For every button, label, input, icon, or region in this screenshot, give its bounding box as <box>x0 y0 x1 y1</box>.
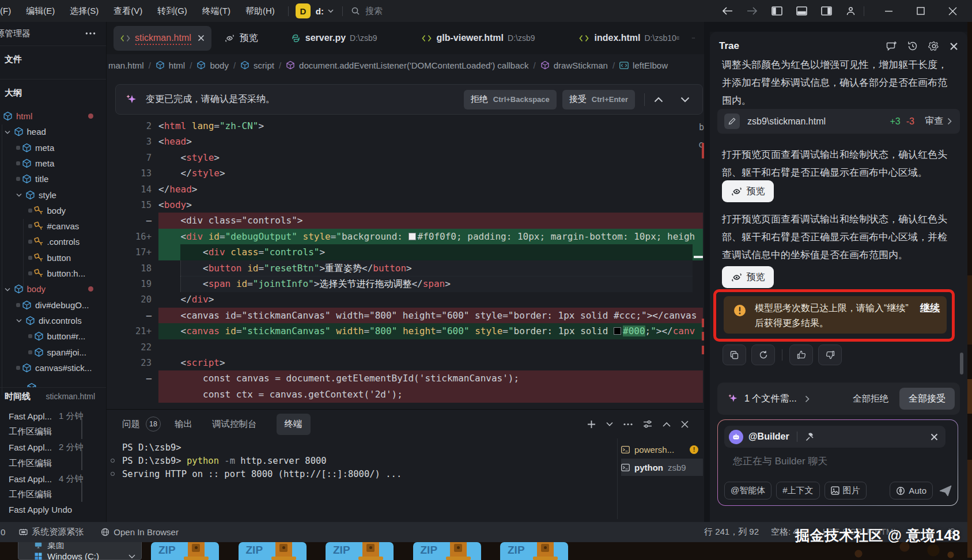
breadcrumb-item-0[interactable]: man.html <box>108 60 144 70</box>
outline-item-button[interactable]: button <box>0 250 106 266</box>
search-input[interactable]: 搜索 <box>351 6 383 17</box>
code-line-x17[interactable]: const ctx = canvas.getContext('2d'); <box>107 387 704 403</box>
menu-item-5[interactable]: 终端(T) <box>195 6 238 17</box>
timeline-item-5[interactable]: 工作区编辑 <box>9 489 52 500</box>
nav-back-icon[interactable] <box>722 7 733 15</box>
code-line-14[interactable]: 14</head> <box>107 181 704 198</box>
new-terminal-icon[interactable] <box>587 420 596 429</box>
menu-item-3[interactable]: 查看(V) <box>106 6 150 17</box>
accept-all-button[interactable]: 全部接受 <box>899 388 955 410</box>
settings-gear-icon[interactable] <box>928 40 940 52</box>
chevron-down-icon[interactable] <box>327 7 334 14</box>
close-tab-icon[interactable] <box>198 35 205 41</box>
toggle-panel-icon[interactable] <box>796 6 807 16</box>
outline-item-meta[interactable]: meta <box>0 156 106 171</box>
code-line-20[interactable]: 20 </div> <box>107 292 704 308</box>
menu-item-0[interactable]: 文件(F) <box>0 6 18 17</box>
outline-item-#canvas[interactable]: #canvas <box>0 218 106 234</box>
code-line-22[interactable]: 22 <box>107 339 704 355</box>
panel-tab-2[interactable]: 调试控制台 <box>212 418 257 430</box>
outline-item-title[interactable]: title <box>0 171 106 187</box>
outline-item-button#r...[interactable]: button#r... <box>0 328 106 344</box>
open-in-browser[interactable]: Open In Browser <box>101 527 179 537</box>
outline-item-canvas#stick...[interactable]: canvas#stick... <box>0 360 106 376</box>
code-editor[interactable]: 变更已完成，请确认是否采纳。 拒绝Ctrl+Backspace 接受Ctrl+E… <box>107 76 704 409</box>
explorer-item-desktop[interactable]: 桌面 <box>18 542 141 551</box>
panel-maximize-icon[interactable] <box>663 422 671 427</box>
history-icon[interactable] <box>907 40 918 52</box>
tools-hammer-icon[interactable] <box>805 432 815 442</box>
zip-file-icon-3[interactable]: ZIP <box>413 542 481 560</box>
continue-link[interactable]: 继续 <box>920 301 940 315</box>
minimize-icon[interactable] <box>884 7 893 16</box>
thumbs-down-button[interactable] <box>818 345 842 365</box>
code-line-—[interactable]: — const canvas = document.getElementById… <box>107 370 704 387</box>
terminal-list-item-1[interactable]: pythonzsb9 <box>621 459 703 476</box>
code-line-17+[interactable]: 17+ <div class="controls"> <box>107 244 704 260</box>
copy-button[interactable] <box>723 345 746 365</box>
toggle-sidebar-right-icon[interactable] <box>821 6 832 16</box>
code-line-3[interactable]: 3<head> <box>107 134 704 150</box>
terminal-dropdown-icon[interactable] <box>606 422 613 426</box>
workspace-badge[interactable]: D <box>296 3 311 18</box>
panel-filter-icon[interactable] <box>643 420 652 428</box>
code-line-13[interactable]: 13 </style> <box>107 165 704 181</box>
outline-item-.controls[interactable]: .controls <box>0 234 106 249</box>
close-panel-icon[interactable] <box>950 42 958 51</box>
breadcrumb-item-2[interactable]: body <box>196 60 229 70</box>
menu-item-4[interactable]: 转到(G) <box>150 6 195 17</box>
accept-button[interactable]: 接受Ctrl+Enter <box>562 90 635 109</box>
zip-file-icon-2[interactable]: ZIP <box>326 542 394 560</box>
timeline-item-4[interactable]: Fast Appl...4 分钟 <box>9 474 84 485</box>
section-outline[interactable]: 大纲 <box>5 88 22 99</box>
nav-forward-icon[interactable] <box>747 7 758 15</box>
chat-input-box[interactable]: @Builder 您正在与 Builder 聊天 @智能体 #上下文 图片 Au… <box>717 419 958 506</box>
changed-file-card[interactable]: zsb9\stickman.html +3 -3 审查 <box>717 109 960 134</box>
breadcrumb-item-5[interactable]: drawStickman <box>540 60 608 70</box>
code-line-2[interactable]: 2<html lang="zh-CN"> <box>107 118 704 134</box>
more-actions-icon[interactable] <box>85 32 96 35</box>
preview-button-1[interactable]: 预览 <box>722 180 774 202</box>
review-link[interactable]: 审查 <box>925 115 943 127</box>
panel-tab-3[interactable]: 终端 <box>277 414 311 435</box>
zip-file-icon-4[interactable]: ZIP <box>500 542 568 560</box>
code-line-18[interactable]: 18 <button id="resetBtn">重置姿势</button> <box>107 260 704 277</box>
preview-button-2[interactable]: 预览 <box>722 266 774 288</box>
code-line-15[interactable]: 15<body> <box>107 197 704 213</box>
code-line-16+[interactable]: 16+ <div id="debugOutput" style="backgro… <box>107 229 704 245</box>
panel-close-icon[interactable] <box>681 421 689 428</box>
outline-item-body[interactable]: body <box>0 203 106 218</box>
thumbs-up-button[interactable] <box>789 345 813 365</box>
next-change-icon[interactable] <box>680 97 690 103</box>
spaces-indicator[interactable]: 空格: 4 <box>771 527 798 538</box>
panel-scrollbar[interactable] <box>960 353 963 374</box>
outline-item-body[interactable]: body <box>0 281 106 297</box>
outline-item-html[interactable]: html <box>0 108 106 124</box>
breadcrumb-item-3[interactable]: script <box>240 60 274 70</box>
close-agent-icon[interactable] <box>931 433 938 441</box>
agent-chip[interactable]: @智能体 <box>724 482 771 500</box>
auto-mode-chip[interactable]: Auto <box>890 482 933 500</box>
zip-file-icon-1[interactable]: ZIP <box>239 542 307 560</box>
menu-item-6[interactable]: 帮助(H) <box>238 6 282 17</box>
terminal-list-item-0[interactable]: powersh...! <box>621 441 702 458</box>
tab-glbviewerhtml[interactable]: glb-viewer.htmlD:\zsb9 <box>422 33 535 43</box>
more-tabs-icon[interactable] <box>692 36 695 40</box>
agent-name[interactable]: @Builder <box>748 432 789 442</box>
outline-item-style[interactable]: style <box>0 187 106 203</box>
menu-item-1[interactable]: 编辑(E) <box>18 6 62 17</box>
line-col-indicator[interactable]: 行 241，列 92 <box>704 527 759 538</box>
outline-item-div.controls[interactable]: div.controls <box>0 313 106 328</box>
timeline-item-6[interactable]: Fast Apply Undo <box>9 505 72 514</box>
outline-item-meta[interactable]: meta <box>0 140 106 156</box>
outline-item-div#debugO...[interactable]: div#debugO... <box>0 297 106 313</box>
context-chip[interactable]: #上下文 <box>776 482 819 500</box>
panel-more-icon[interactable] <box>623 423 633 426</box>
chevron-right-icon[interactable] <box>805 395 810 403</box>
close-window-icon[interactable] <box>948 7 957 16</box>
outline-item-head[interactable]: head <box>0 124 106 139</box>
code-line-—[interactable]: — <canvas id="stickmanCanvas" width="800… <box>107 308 704 324</box>
section-timeline[interactable]: 时间线 <box>5 391 31 402</box>
tab-preview[interactable]: 预览 <box>225 32 258 44</box>
breadcrumb-item-6[interactable]: leftElbow <box>619 60 668 70</box>
